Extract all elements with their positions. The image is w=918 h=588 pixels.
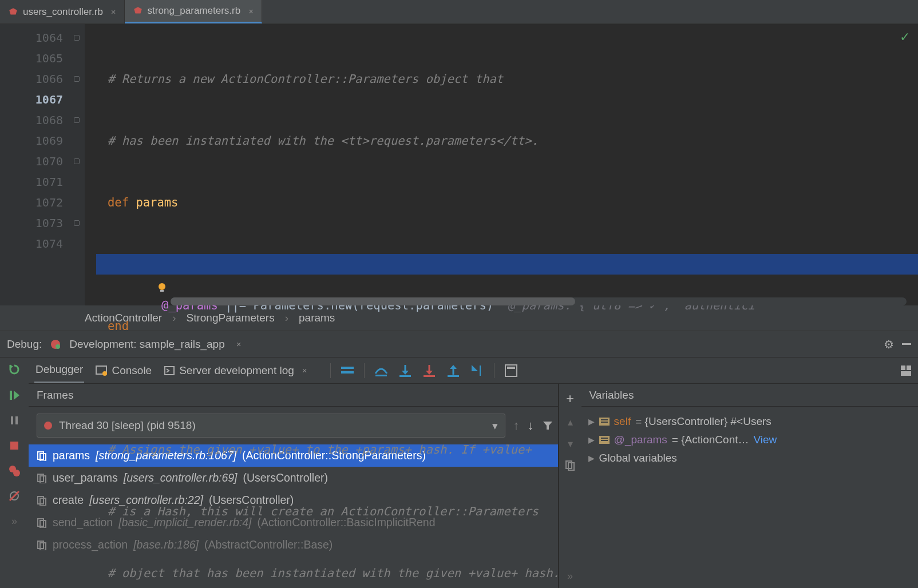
svg-rect-7 (10, 391, 12, 400)
ruby-file-icon (133, 6, 143, 16)
svg-point-13 (13, 470, 20, 476)
svg-point-5 (56, 344, 60, 349)
line-number[interactable]: 1073 (2, 213, 63, 233)
close-icon[interactable]: × (111, 7, 116, 17)
line-number[interactable]: 1072 (2, 192, 63, 213)
horizontal-scrollbar[interactable] (171, 297, 907, 305)
fold-toggle-icon[interactable] (74, 117, 80, 123)
rerun-button[interactable] (6, 362, 22, 378)
fold-toggle-icon[interactable] (74, 158, 80, 164)
comment: # has been instantiated with the <tt>req… (108, 134, 539, 148)
close-icon[interactable]: × (248, 6, 254, 16)
svg-point-2 (159, 283, 165, 290)
resume-button[interactable] (6, 387, 22, 403)
tab-label: users_controller.rb (23, 6, 103, 18)
more-icon[interactable]: » (6, 513, 22, 529)
comment: # Assigns the given +value+ to the +para… (108, 443, 532, 456)
stop-button[interactable] (6, 438, 22, 454)
view-breakpoints-button[interactable] (6, 463, 22, 479)
thread-status-icon (44, 422, 52, 430)
intention-bulb-icon[interactable] (100, 259, 168, 320)
comment: # Returns a new ActionController::Parame… (108, 72, 503, 86)
frame-icon (37, 518, 47, 528)
fold-toggle-icon[interactable] (74, 76, 80, 82)
rails-run-icon (50, 339, 61, 350)
line-number[interactable]: 1074 (2, 233, 63, 254)
frame-icon (37, 473, 47, 483)
pause-button[interactable] (6, 412, 22, 428)
editor-tabs-bar: users_controller.rb × strong_parameters.… (0, 0, 918, 24)
code-editor[interactable]: # Returns a new ActionController::Parame… (85, 24, 918, 305)
ruby-file-icon (8, 7, 18, 17)
mute-breakpoints-button[interactable] (6, 488, 22, 504)
fold-column[interactable] (69, 24, 85, 305)
line-number[interactable]: 1064 (2, 27, 63, 48)
svg-rect-9 (11, 416, 13, 424)
line-number-gutter[interactable]: 1064106510661067106810691070107110721073… (0, 24, 69, 305)
svg-rect-10 (15, 416, 18, 424)
frame-name: create (53, 494, 84, 507)
tab-debugger[interactable]: Debugger (34, 357, 84, 383)
tab-users-controller[interactable]: users_controller.rb × (0, 0, 125, 23)
fold-toggle-icon[interactable] (74, 35, 80, 41)
line-number[interactable]: 1065 (2, 48, 63, 69)
method-name: params (136, 196, 178, 209)
scrollbar-thumb[interactable] (171, 297, 575, 305)
frame-icon (37, 451, 47, 461)
svg-marker-0 (9, 8, 17, 14)
line-number[interactable]: 1068 (2, 110, 63, 130)
frame-name: params (53, 449, 90, 462)
editor-area: ✓ 10641065106610671068106910701071107210… (0, 24, 918, 305)
keyword: def (108, 196, 129, 209)
line-number[interactable]: 1069 (2, 130, 63, 151)
line-number[interactable]: 1071 (2, 172, 63, 192)
comment: # object that has been instantiated with… (108, 566, 560, 580)
svg-rect-3 (160, 290, 164, 292)
frame-icon (37, 495, 47, 506)
tab-strong-parameters[interactable]: strong_parameters.rb × (125, 0, 262, 23)
frame-icon (37, 540, 47, 550)
svg-marker-8 (14, 391, 19, 400)
fold-toggle-icon[interactable] (74, 220, 80, 226)
svg-marker-1 (134, 7, 142, 13)
tab-label: strong_parameters.rb (148, 5, 241, 17)
svg-rect-11 (10, 442, 18, 450)
current-execution-line[interactable]: @_params ||= Parameters.new(request.para… (96, 254, 918, 275)
debug-label: Debug: (7, 338, 42, 351)
svg-marker-6 (10, 364, 13, 369)
comment: # is a Hash, this will create an ActionC… (108, 504, 539, 518)
line-number[interactable]: 1067 (2, 89, 63, 110)
line-number[interactable]: 1066 (2, 69, 63, 89)
debug-run-toolbar: » (0, 357, 29, 588)
line-number[interactable]: 1070 (2, 151, 63, 172)
